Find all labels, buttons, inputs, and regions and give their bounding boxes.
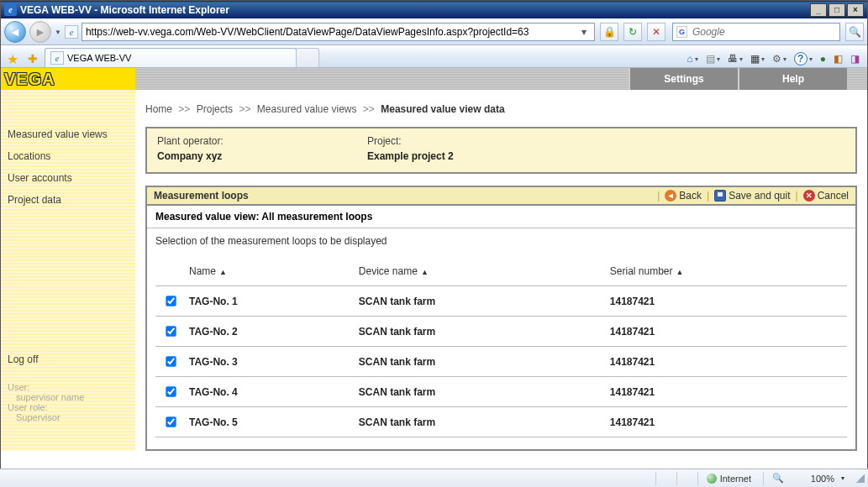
forward-button[interactable]: ► — [29, 21, 51, 43]
row-name: TAG-No. 1 — [184, 286, 354, 317]
crumb-sep: >> — [363, 103, 375, 115]
table-row: TAG-No. 5SCAN tank farm14187421 — [155, 407, 847, 437]
close-button[interactable]: × — [847, 3, 864, 17]
settings-button[interactable]: Settings — [629, 68, 738, 90]
project-info-box: Plant operator: Project: Company xyz Exa… — [145, 127, 857, 174]
table-row: TAG-No. 4SCAN tank farm14187421 — [155, 377, 847, 407]
row-serial: 14187421 — [605, 377, 847, 407]
table-row: TAG-No. 1SCAN tank farm14187421 — [155, 286, 847, 317]
row-name: TAG-No. 4 — [184, 377, 354, 407]
sort-asc-icon: ▲ — [219, 268, 227, 276]
cancel-label: Cancel — [818, 190, 849, 202]
panel-desc: Selection of the measurement loops to be… — [155, 235, 847, 247]
row-checkbox[interactable] — [166, 296, 176, 306]
row-checkbox[interactable] — [166, 326, 176, 336]
feeds-icon[interactable]: ▤▾ — [702, 50, 723, 67]
main-content: Home >> Projects >> Measured value views… — [135, 90, 867, 451]
crumb-sep: >> — [239, 103, 250, 115]
tab-active[interactable]: e VEGA WEB-VV — [45, 48, 297, 67]
crumb-current: Measured value view data — [381, 103, 504, 115]
help-menu-icon[interactable]: ?▾ — [791, 50, 815, 67]
project-label: Project: — [367, 134, 577, 149]
row-device: SCAN tank farm — [354, 317, 605, 347]
home-icon[interactable]: ⌂▾ — [684, 50, 701, 67]
breadcrumb: Home >> Projects >> Measured value views… — [145, 103, 857, 115]
sidebar-item-measured-value-views[interactable]: Measured value views — [1, 123, 135, 145]
row-serial: 14187421 — [605, 347, 847, 377]
window-titlebar: e VEGA WEB-VV - Microsoft Internet Explo… — [1, 1, 867, 18]
sidebar-logoff[interactable]: Log off — [1, 348, 135, 370]
crumb-projects[interactable]: Projects — [197, 103, 233, 115]
col-serial[interactable]: Serial number▲ — [605, 262, 847, 286]
lock-icon[interactable]: 🔒 — [600, 23, 618, 41]
tools-icon[interactable]: ⚙▾ — [769, 50, 789, 67]
row-serial: 14187421 — [605, 407, 847, 437]
col-device[interactable]: Device name▲ — [354, 262, 605, 286]
sort-asc-icon: ▲ — [421, 268, 429, 276]
url-input[interactable]: https://web-vv.vega.com/Web-VV/WebClient… — [82, 23, 595, 41]
back-button[interactable]: ◄ — [4, 21, 26, 43]
row-device: SCAN tank farm — [354, 286, 605, 317]
loops-table: Name▲ Device name▲ Serial number▲ TAG-No… — [155, 262, 847, 437]
vega-logo: VEGA — [1, 68, 135, 90]
window-title: VEGA WEB-VV - Microsoft Internet Explore… — [20, 4, 229, 16]
status-zone-label: Internet — [720, 474, 751, 484]
row-checkbox[interactable] — [166, 416, 176, 427]
stop-button[interactable]: ✕ — [647, 23, 665, 41]
globe-icon[interactable]: ● — [817, 50, 829, 67]
col-name[interactable]: Name▲ — [184, 262, 354, 286]
search-go-button[interactable]: 🔍 — [845, 23, 864, 41]
maximize-button[interactable]: □ — [829, 3, 845, 17]
status-zoom[interactable]: 🔍 100% ▾ — [763, 472, 853, 485]
back-action[interactable]: ◄ Back — [665, 190, 702, 202]
resize-grip[interactable] — [856, 474, 865, 483]
url-text: https://web-vv.vega.com/Web-VV/WebClient… — [86, 26, 577, 38]
measurement-loops-panel: Measurement loops | ◄ Back | Save and qu… — [145, 186, 857, 451]
google-icon: G — [676, 26, 687, 38]
search-input[interactable] — [691, 25, 836, 39]
role-label: User role: — [8, 402, 129, 412]
ie-mini-tools: ⌂▾ ▤▾ 🖶▾ ▦▾ ⚙▾ ?▾ ● ◧ ◨ — [684, 50, 866, 67]
back-icon: ◄ — [665, 190, 676, 202]
crumb-sep: >> — [178, 103, 190, 115]
sidebar-item-locations[interactable]: Locations — [1, 145, 135, 167]
plant-operator-value: Company xyz — [157, 149, 367, 164]
row-checkbox[interactable] — [166, 356, 176, 366]
panel-title: Measurement loops — [154, 190, 657, 202]
refresh-button[interactable]: ↻ — [623, 23, 642, 41]
minimize-button[interactable]: _ — [810, 3, 827, 17]
row-device: SCAN tank farm — [354, 347, 605, 377]
row-device: SCAN tank farm — [354, 407, 605, 437]
plant-operator-label: Plant operator: — [157, 134, 367, 149]
row-checkbox[interactable] — [166, 386, 176, 396]
new-tab-button[interactable] — [296, 48, 319, 67]
app-header: VEGA Settings Help — [1, 68, 867, 90]
tab-title: VEGA WEB-VV — [67, 53, 131, 63]
row-device: SCAN tank farm — [354, 377, 605, 407]
url-dropdown-icon[interactable]: ▾ — [577, 26, 591, 38]
panel-header: Measurement loops | ◄ Back | Save and qu… — [147, 187, 855, 206]
addon1-icon[interactable]: ◧ — [830, 50, 845, 67]
panel-subtitle: Measured value view: All measurement loo… — [147, 206, 855, 228]
table-row: TAG-No. 2SCAN tank farm14187421 — [155, 317, 847, 347]
help-button[interactable]: Help — [738, 68, 847, 90]
print-icon[interactable]: 🖶▾ — [724, 50, 745, 67]
search-box[interactable]: G — [672, 23, 840, 41]
save-action[interactable]: Save and quit — [714, 190, 790, 202]
sidebar-item-project-data[interactable]: Project data — [1, 189, 135, 211]
page-menu-icon[interactable]: ▦▾ — [747, 50, 767, 67]
tab-strip: ★ ✚ e VEGA WEB-VV ⌂▾ ▤▾ 🖶▾ ▦▾ ⚙▾ ?▾ ● ◧ … — [1, 45, 867, 68]
cancel-action[interactable]: ✕ Cancel — [803, 190, 849, 202]
page-icon: e — [65, 25, 78, 39]
sidebar-item-user-accounts[interactable]: User accounts — [1, 167, 135, 189]
row-name: TAG-No. 2 — [184, 317, 354, 347]
status-zone: Internet — [697, 472, 760, 485]
ie-icon: e — [4, 3, 17, 16]
crumb-views[interactable]: Measured value views — [257, 103, 357, 115]
address-bar: ◄ ► ▼ e https://web-vv.vega.com/Web-VV/W… — [1, 18, 867, 45]
crumb-home[interactable]: Home — [145, 103, 172, 115]
favorites-icon[interactable]: ★ — [4, 50, 21, 67]
row-name: TAG-No. 5 — [184, 407, 354, 437]
add-favorite-icon[interactable]: ✚ — [24, 50, 41, 67]
addon2-icon[interactable]: ◨ — [847, 50, 862, 67]
